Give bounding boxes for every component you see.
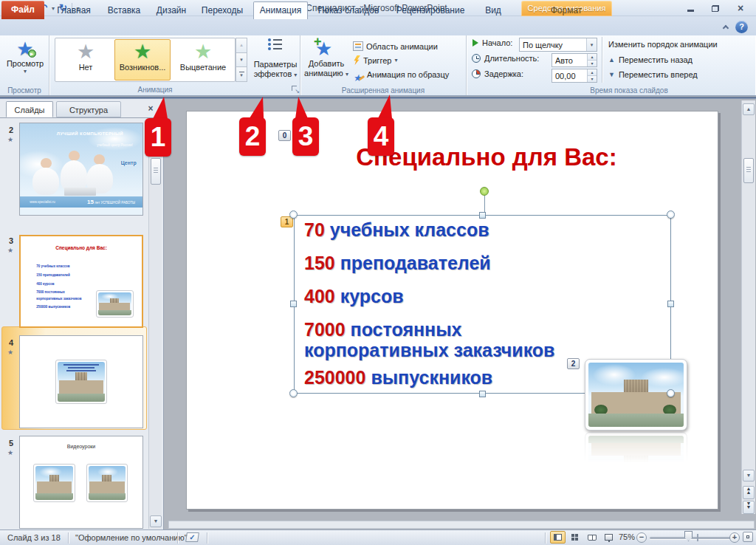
dropdown-icon: ▾	[24, 69, 27, 75]
bullet-line-2[interactable]: 150 преподавателей	[304, 253, 491, 274]
scrollbar-thumb[interactable]	[743, 158, 754, 183]
minimize-icon	[687, 10, 694, 12]
rotation-handle[interactable]	[480, 187, 489, 196]
slide-title-text[interactable]: Специально для Вас:	[298, 143, 675, 171]
building-photo-mini	[55, 360, 107, 404]
tab-slideshow[interactable]: Показ слайдов	[313, 2, 384, 19]
spell-check-icon[interactable]: ✓	[185, 532, 199, 542]
slide3-line: 150 преподавателей	[36, 273, 69, 277]
animation-number-badge-image[interactable]: 2	[567, 358, 580, 369]
help-button[interactable]: ?	[735, 21, 748, 33]
start-dropdown[interactable]: По щелчку ▾	[519, 38, 597, 52]
minimize-button[interactable]	[681, 2, 700, 14]
move-earlier-button[interactable]: ▲ Переместить назад	[608, 55, 693, 64]
tab-transitions[interactable]: Переходы	[196, 2, 248, 19]
scrollbar-thumb[interactable]	[151, 158, 161, 185]
animation-painter-button[interactable]: ★ Анимация по образцу	[353, 68, 449, 80]
bullet-line-5[interactable]: корпоративных заказчиков	[304, 340, 554, 361]
close-button[interactable]: ×	[731, 2, 750, 14]
tab-file[interactable]: Файл	[1, 1, 44, 19]
resize-handle-right[interactable]	[667, 301, 674, 307]
scroll-down-button[interactable]: ▼	[743, 470, 755, 481]
slide-thumbnail-2[interactable]: ЛУЧШИЙ КОМПЬЮТЕРНЫЙ учебный центр России…	[19, 123, 143, 216]
start-row: Начало:	[472, 38, 512, 47]
bullet-line-1[interactable]: 70 учебных классов	[304, 219, 489, 241]
resize-handle-top-left[interactable]	[289, 210, 298, 219]
tab-slides[interactable]: Слайды	[6, 101, 53, 117]
preview-button[interactable]: ★ ▶ Просмотр ▾	[7, 38, 43, 75]
delay-spinbox[interactable]: 00,00 ▴▾	[551, 69, 597, 83]
scroll-down-button[interactable]: ▼	[150, 515, 162, 527]
tab-design[interactable]: Дизайн	[150, 2, 193, 19]
none-star-icon: ★	[77, 41, 94, 63]
tab-animations[interactable]: Анимация	[253, 1, 308, 19]
close-panel-button[interactable]: ×	[145, 103, 157, 114]
bullet-line-4[interactable]: 7000 постоянных	[304, 319, 461, 340]
tab-view[interactable]: Вид	[476, 2, 510, 19]
animation-effect-fade[interactable]: ★ Выцветание	[173, 39, 233, 80]
gallery-more-button[interactable]: ▾	[236, 67, 247, 82]
bullet-line-6[interactable]: 250000 выпускников	[304, 367, 492, 388]
slides-panel-scrollbar[interactable]: ▲ ▼	[148, 120, 162, 529]
next-slide-button[interactable]: ▼▼	[743, 501, 755, 514]
dropdown-arrow-icon[interactable]: ▾	[586, 38, 597, 51]
resize-handle-top[interactable]	[479, 212, 486, 219]
start-play-icon	[472, 39, 478, 47]
animation-pane-button[interactable]: Область анимации	[353, 40, 438, 52]
resize-handle-bottom[interactable]	[479, 391, 486, 397]
duration-label: Длительность:	[484, 54, 539, 63]
gallery-scroll-up-button[interactable]: ▴	[236, 38, 247, 53]
tab-home[interactable]: Главная	[50, 2, 97, 19]
main-horizontal-scrollbar[interactable]	[168, 521, 755, 529]
resize-handle-top-right[interactable]	[667, 210, 675, 219]
slide2-years: 15 лет УСПЕШНОЙ РАБОТЫ	[87, 199, 135, 205]
theme-name-button[interactable]: "Оформление по умолчанию"	[75, 533, 188, 542]
effect-options-button[interactable]: Параметры эффектов ▾	[252, 38, 299, 79]
restore-button[interactable]	[706, 2, 725, 14]
slide-sorter-view-button[interactable]	[567, 531, 583, 544]
tab-format[interactable]: Формат	[529, 2, 604, 19]
gallery-scroll-buttons: ▴ ▾ ▾	[236, 38, 247, 82]
tab-outline[interactable]: Структура	[56, 101, 121, 117]
slide-number: 5	[6, 439, 16, 448]
delay-spinner[interactable]: ▴▾	[587, 69, 597, 82]
main-vertical-scrollbar[interactable]: ▲ ▼ ▲▲ ▼▼	[741, 100, 755, 514]
fit-to-window-button[interactable]	[743, 532, 753, 542]
animation-number-badge-title[interactable]: 0	[278, 130, 291, 141]
animation-effect-appear[interactable]: ★ Возникнов...	[114, 39, 171, 80]
normal-view-button[interactable]	[550, 531, 566, 544]
add-animation-button[interactable]: ★ + Добавить анимацию ▾	[304, 38, 348, 78]
zoom-in-button[interactable]: +	[729, 532, 740, 543]
zoom-out-button[interactable]: −	[636, 532, 647, 543]
previous-slide-button[interactable]: ▲▲	[743, 486, 755, 499]
move-later-button[interactable]: ▼ Переместить вперед	[608, 70, 698, 79]
bullet-line-3[interactable]: 400 курсов	[304, 286, 404, 307]
tab-insert[interactable]: Вставка	[102, 2, 146, 19]
restore-icon	[712, 5, 719, 12]
animation-dialog-launcher[interactable]: ↘	[292, 86, 300, 94]
slide-thumbnail-4[interactable]	[19, 335, 143, 428]
resize-handle-bottom-right[interactable]	[667, 389, 675, 397]
chevron-up-icon	[723, 25, 729, 31]
collapse-ribbon-button[interactable]	[721, 23, 732, 32]
animation-effect-none[interactable]: ★ Нет	[61, 39, 110, 80]
resize-handle-left[interactable]	[290, 301, 297, 307]
resize-handle-bottom-left[interactable]	[289, 389, 298, 397]
group-label-timing: Время показа слайдов	[555, 86, 703, 95]
slide-thumbnail-3[interactable]: Специально для Вас: 70 учебных классов 1…	[19, 235, 143, 328]
slide3-line: корпоративных заказчиков	[36, 297, 81, 301]
trigger-button[interactable]: Триггер ▾	[353, 54, 397, 66]
slide-thumbnail-5[interactable]: Видеоуроки	[19, 436, 143, 529]
tab-review[interactable]: Рецензирование	[389, 2, 472, 19]
callout-3: 3	[292, 117, 319, 156]
animation-indicator-icon: ★	[4, 449, 16, 456]
slideshow-view-button[interactable]	[601, 531, 616, 544]
duration-spinbox[interactable]: Авто ▴▾	[551, 53, 597, 67]
gallery-scroll-down-button[interactable]: ▾	[236, 53, 247, 68]
reorder-animation-label: Изменить порядок анимации	[608, 40, 718, 49]
reading-view-button[interactable]	[584, 531, 599, 544]
effect-options-icon	[268, 38, 283, 51]
scroll-up-button[interactable]: ▲	[743, 103, 755, 115]
duration-spinner[interactable]: ▴▾	[587, 54, 597, 66]
close-icon: ×	[738, 3, 743, 13]
